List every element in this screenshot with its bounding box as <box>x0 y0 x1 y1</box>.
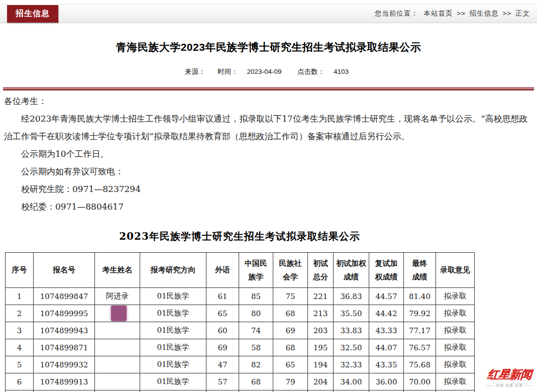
column-header: 民族社 会学 <box>273 253 308 288</box>
table-cell: 60 <box>206 322 239 339</box>
table-cell: 70.00 <box>404 373 436 390</box>
body-paragraph-6: 校纪委：0971—8804617 <box>4 198 532 216</box>
table-cell <box>334 390 369 392</box>
results-section: 2023年民族学博士研究生招生考试拟录取结果公示 序号报名号考生姓名报考研究方向… <box>5 230 474 392</box>
table-cell: 65 <box>273 356 308 373</box>
table-cell: 58 <box>239 339 273 356</box>
candidate-name-cell <box>95 305 140 322</box>
table-cell: 203 <box>308 322 334 339</box>
breadcrumb-link-1[interactable]: 本站首页 <box>423 10 453 17</box>
candidate-name-cell: 阿进录 <box>95 288 140 305</box>
column-header: 复试加 权成绩 <box>369 253 404 288</box>
breadcrumb-link-3[interactable]: 正文 <box>515 10 530 17</box>
table-cell <box>206 390 239 392</box>
table-cell: 01民族学 <box>140 305 206 322</box>
body-paragraph-4: 公示期内如有异议可致电： <box>4 163 532 180</box>
table-cell: 32.50 <box>334 339 369 356</box>
table-row: 5107489993201民族学47826519432.3343.3575.68… <box>6 356 475 373</box>
table-title: 2023年民族学博士研究生招生考试拟录取结果公示 <box>5 230 474 243</box>
redstar-news-logo: 红星新闻 <box>487 367 532 382</box>
table-cell: 85 <box>239 288 273 305</box>
column-header: 报考研究方向 <box>140 253 206 288</box>
table-cell <box>95 390 140 392</box>
body-paragraph-3: 公示期为10个工作日。 <box>4 145 532 163</box>
table-cell: 01民族学 <box>140 356 206 373</box>
candidate-name-cell <box>95 322 140 339</box>
table-cell <box>6 390 34 392</box>
table-cell <box>34 390 95 392</box>
breadcrumb-prefix: 您当前位置： <box>375 10 418 17</box>
table-cell: 43.33 <box>369 322 404 339</box>
table-cell: 81.40 <box>404 288 436 305</box>
table-cell: 32.33 <box>334 356 369 373</box>
column-header: 初试 总分 <box>308 253 334 288</box>
table-cell: 204 <box>308 373 334 390</box>
table-cell: 75 <box>273 288 308 305</box>
table-cell: 01民族学 <box>140 373 206 390</box>
column-header: 初试加权 成绩 <box>334 253 369 288</box>
table-cell: 1 <box>6 288 34 305</box>
table-cell: 01民族学 <box>140 322 206 339</box>
table-cell: 68 <box>273 339 308 356</box>
column-header: 中国民 族学 <box>239 253 273 288</box>
table-cell: 65 <box>206 305 239 322</box>
body-paragraph-2: 经2023年青海民族大学博士招生工作领导小组审议通过，拟录取以下17位考生为民族… <box>4 110 532 145</box>
table-cell: 35.50 <box>334 305 369 322</box>
table-cell: 74 <box>239 322 273 339</box>
table-cell: 1074899995 <box>34 305 95 322</box>
table-cell: 44.07 <box>369 339 404 356</box>
breadcrumb-separator <box>418 10 424 17</box>
table-cell: 68 <box>239 373 273 390</box>
redaction-patch <box>111 306 127 321</box>
table-row: 6107489991301民族学57687920434.0036.0070.00… <box>6 373 475 390</box>
table-cell <box>404 390 436 392</box>
table-cell: 3 <box>6 322 34 339</box>
table-cell: 拟录取 <box>436 356 475 373</box>
redstar-news-watermark: 红星新闻 —— 深度 态度 温度 —— <box>483 367 536 388</box>
article-meta: 来源： 时间： 2023-04-09 点击数： 4103 <box>0 67 537 76</box>
table-cell: 34.00 <box>334 373 369 390</box>
table-cell: 195 <box>308 339 334 356</box>
table-cell <box>369 390 404 392</box>
body-paragraph-1: 各位考生： <box>4 92 532 110</box>
table-cell: 6 <box>6 373 34 390</box>
table-row: 4107489987101民族学69586819532.5044.0776.57… <box>6 339 475 356</box>
table-cell: 44.57 <box>369 288 404 305</box>
meta-time: 时间： 2023-04-09 <box>214 68 285 75</box>
table-cell: 61 <box>206 288 239 305</box>
table-cell: 1074899913 <box>34 373 95 390</box>
table-cell: 1074899847 <box>34 288 95 305</box>
table-cell <box>308 390 334 392</box>
column-header: 最终 成绩 <box>404 253 436 288</box>
table-cell: 69 <box>273 322 308 339</box>
table-cell: 82 <box>239 356 273 373</box>
table-cell: 4 <box>6 339 34 356</box>
table-cell: 68 <box>273 305 308 322</box>
table-cell: 47 <box>206 356 239 373</box>
section-badge-admissions[interactable]: 招生信息 <box>7 5 58 23</box>
table-cell: 57 <box>206 373 239 390</box>
table-cell: 拟录取 <box>436 288 475 305</box>
table-cell: 33.83 <box>334 322 369 339</box>
table-cell: 5 <box>6 356 34 373</box>
table-cell: 36.00 <box>369 373 404 390</box>
table-cell: 拟录取 <box>436 373 475 390</box>
table-cell: 拟录取 <box>436 339 475 356</box>
table-cell: 拟录取 <box>436 322 475 339</box>
table-row: 3107489994301民族学60746920333.8343.3377.17… <box>6 322 475 339</box>
breadcrumb-separator: >> <box>453 10 469 17</box>
redstar-news-tagline: —— 深度 态度 温度 —— <box>483 383 536 388</box>
breadcrumb-link-2[interactable]: 招生信息 <box>470 10 499 17</box>
table-cell: 01民族学 <box>140 288 206 305</box>
table-cell <box>436 390 475 392</box>
table-cell: 01民族学 <box>140 339 206 356</box>
table-row: 11074899847阿进录01民族学61857522136.8344.5781… <box>6 288 475 305</box>
breadcrumb: 您当前位置： 本站首页 >> 招生信息 >> 正文 <box>375 9 530 18</box>
table-row: 2107489999501民族学65806821335.5044.4279.92… <box>6 305 475 322</box>
body-paragraph-5: 校研究生院：0971—8237294 <box>4 180 532 198</box>
column-header: 序号 <box>6 253 34 288</box>
table-cell: 43.35 <box>369 356 404 373</box>
column-header: 考生姓名 <box>95 253 140 288</box>
table-cell <box>140 390 206 392</box>
page-title: 青海民族大学2023年民族学博士研究生招生考试拟录取结果公示 <box>0 40 537 54</box>
